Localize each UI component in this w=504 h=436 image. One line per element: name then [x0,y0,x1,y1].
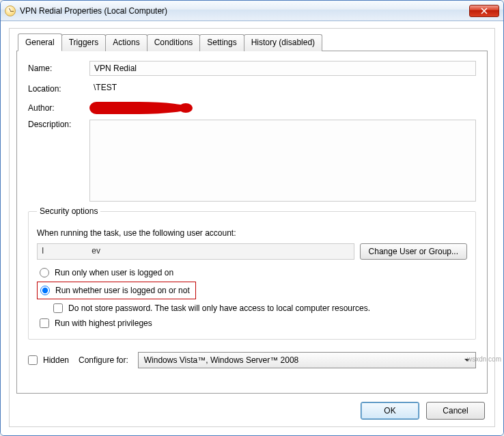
ok-button[interactable]: OK [361,402,419,420]
security-options-fieldset: Security options When running the task, … [28,211,476,340]
description-row: Description: [28,120,476,202]
checkbox-highest-priv[interactable] [40,318,49,328]
close-icon [481,8,488,14]
tab-settings[interactable]: Settings [199,34,244,51]
tab-actions[interactable]: Actions [105,34,147,51]
name-label: Name: [28,64,83,73]
tab-history[interactable]: History (disabled) [244,34,322,51]
location-value: \TEST [89,81,476,96]
tab-triggers[interactable]: Triggers [61,34,107,51]
radio-highlight-box: Run whether user is logged on or not [37,282,196,299]
user-account-display: I ev [37,243,354,260]
hidden-label: Hidden [43,355,69,365]
hidden-row: Hidden [28,355,69,365]
tab-strip: General Triggers Actions Conditions Sett… [16,34,488,51]
footer-buttons: OK Cancel [16,394,488,420]
account-part1: I [42,246,44,257]
configure-for-value: Windows Vista™, Windows Server™ 2008 [144,355,299,365]
no-store-pw-row: Do not store password. The task will onl… [37,301,467,316]
close-button[interactable] [469,5,499,17]
radio-logged-on[interactable] [40,268,49,277]
author-label: Author: [28,103,83,113]
running-as-text: When running the task, use the following… [37,228,467,238]
configure-for-label: Configure for: [79,355,128,365]
location-label: Location: [28,84,83,94]
clock-icon [5,5,16,16]
window-title: VPN Redial Properties (Local Computer) [20,6,469,16]
account-row: I ev Change User or Group... [37,243,467,260]
watermark: wsxdn.com [467,355,501,363]
tab-content-general: Name: Location: \TEST Author: Descriptio… [16,51,488,394]
account-part2: ev [92,246,100,257]
description-label: Description: [28,120,83,129]
name-input[interactable] [89,61,476,76]
client-area: General Triggers Actions Conditions Sett… [1,21,503,435]
location-row: Location: \TEST [28,81,476,96]
cancel-button[interactable]: Cancel [426,402,485,420]
titlebar[interactable]: VPN Redial Properties (Local Computer) [1,1,503,21]
highest-priv-label: Run with highest privileges [55,318,152,328]
tab-conditions[interactable]: Conditions [147,34,201,51]
change-user-button[interactable]: Change User or Group... [360,243,467,260]
highest-priv-row: Run with highest privileges [37,316,467,331]
description-input[interactable] [89,120,476,202]
radio-row-logged-on: Run only when user is logged on [37,265,467,280]
radio-whether-label: Run whether user is logged on or not [55,286,190,295]
dialog-window: VPN Redial Properties (Local Computer) G… [0,0,504,436]
inner-panel: General Triggers Actions Conditions Sett… [9,28,495,427]
checkbox-no-store-pw[interactable] [53,303,63,313]
tab-general[interactable]: General [18,33,62,51]
author-redacted [89,102,188,114]
author-row: Author: [28,102,476,114]
name-row: Name: [28,61,476,76]
security-legend: Security options [37,206,100,216]
bottom-row: Hidden Configure for: Windows Vista™, Wi… [28,345,476,368]
radio-logged-on-label: Run only when user is logged on [55,268,173,277]
no-store-pw-label: Do not store password. The task will onl… [68,303,370,313]
configure-for-dropdown[interactable]: Windows Vista™, Windows Server™ 2008 [138,352,476,368]
radio-whether-logged[interactable] [40,286,50,295]
checkbox-hidden[interactable] [28,355,38,365]
